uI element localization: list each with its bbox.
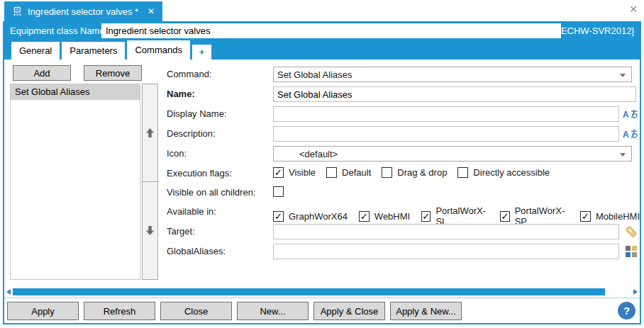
document-tab-close-icon[interactable]: ✕ (148, 6, 155, 16)
checkbox-graphworx64-box: ✓ (273, 211, 284, 222)
checkbox-mobilehmi[interactable]: ✓ MobileHMI (580, 211, 640, 222)
scroll-right-icon[interactable] (633, 289, 638, 295)
checkbox-visible-on-all-children-box (273, 186, 284, 197)
equipment-class-editor: Ingredient selector valves * ✕ ✕ Equipme… (0, 0, 644, 328)
name-input[interactable] (273, 86, 636, 102)
checkbox-directly-accessible[interactable]: Directly accessible (457, 167, 550, 178)
remove-command-button[interactable]: Remove (84, 65, 142, 81)
refresh-button[interactable]: Refresh (84, 302, 155, 320)
icon-label: Icon: (167, 146, 187, 162)
up-arrow-icon (145, 128, 155, 138)
checkbox-mobilehmi-box: ✓ (580, 211, 591, 222)
checkbox-graphworx64[interactable]: ✓ GraphWorX64 (273, 211, 348, 222)
move-down-button[interactable] (142, 182, 158, 280)
svg-text:A: A (623, 110, 629, 120)
add-command-button[interactable]: Add (13, 65, 71, 81)
tab-general[interactable]: General (11, 42, 60, 60)
close-button[interactable]: Close (160, 302, 232, 320)
visible-on-all-children-label: Visible on all children: (167, 185, 256, 200)
display-name-input[interactable] (273, 106, 619, 122)
apply-and-close-button[interactable]: Apply & Close (313, 302, 385, 320)
icon-select[interactable]: <default> (273, 146, 632, 162)
document-tab-bar: Ingredient selector valves * ✕ ✕ (0, 0, 644, 21)
command-list: Set Global Aliases (10, 84, 140, 280)
command-label: Command: (167, 67, 212, 82)
chevron-down-icon (620, 153, 626, 157)
color-grid-icon[interactable] (626, 246, 637, 259)
checkbox-default[interactable]: Default (326, 167, 371, 178)
checkbox-visible-on-all-children[interactable] (273, 186, 284, 197)
checkbox-default-box (326, 167, 337, 178)
scrollbar-thumb[interactable] (13, 288, 605, 295)
execution-flags-group: ✓ Visible Default Drag & drop Directly a… (273, 167, 550, 178)
checkbox-webhmi-box: ✓ (359, 211, 370, 222)
command-select[interactable]: Set Global Aliases (273, 67, 632, 82)
checkbox-portalworx-sp-box: ✓ (500, 211, 509, 222)
svg-text:A: A (623, 130, 629, 140)
global-aliases-input[interactable] (273, 244, 619, 259)
visible-on-all-children-group (273, 186, 284, 197)
server-badge: [TECHW-SVR2012] (553, 21, 634, 40)
commands-panel: Add Remove Set Global Aliases Comman (4, 60, 640, 286)
tab-strip: General Parameters Commands + (4, 40, 640, 60)
apply-and-new-button[interactable]: Apply & New... (390, 302, 462, 320)
equipment-name-band: Equipment class Name: [TECHW-SVR2012] (4, 21, 640, 40)
document-tab-title: Ingredient selector valves * (28, 6, 138, 17)
icon-select-value: <default> (299, 149, 338, 159)
down-arrow-icon (145, 225, 155, 236)
tab-commands[interactable]: Commands (127, 40, 189, 60)
tag-icon[interactable] (624, 225, 638, 241)
tab-parameters[interactable]: Parameters (62, 42, 125, 60)
description-localization-icon[interactable]: A (623, 129, 638, 141)
checkbox-webhmi[interactable]: ✓ WebHMI (359, 211, 410, 222)
equipment-class-name-label: Equipment class Name: (10, 21, 107, 40)
available-in-label: Available in: (167, 204, 216, 220)
move-up-button[interactable] (142, 84, 158, 182)
new-button[interactable]: New... (237, 302, 309, 320)
checkbox-visible[interactable]: ✓ Visible (273, 167, 316, 178)
checkbox-visible-box: ✓ (273, 167, 284, 178)
scroll-left-icon[interactable] (6, 289, 11, 295)
target-label: Target: (167, 224, 195, 239)
checkbox-drag-drop-box (382, 167, 392, 178)
command-list-item-selected[interactable]: Set Global Aliases (11, 84, 140, 100)
reorder-strip (142, 84, 158, 280)
apply-button[interactable]: Apply (7, 302, 79, 320)
checkbox-portalworx-sl-box: ✓ (421, 211, 431, 222)
checkbox-drag-drop[interactable]: Drag & drop (382, 167, 447, 178)
pane-close-icon[interactable]: ✕ (629, 4, 638, 14)
display-name-localization-icon[interactable]: A (623, 109, 638, 121)
chevron-down-icon (620, 74, 626, 77)
command-select-value: Set Global Aliases (277, 69, 352, 80)
execution-flags-label: Execution flags: (167, 166, 232, 181)
document-tab[interactable]: Ingredient selector valves * ✕ (4, 1, 162, 21)
target-input[interactable] (273, 224, 619, 239)
footer-button-bar: Apply Refresh Close New... Apply & Close… (4, 298, 640, 323)
dialog-frame: Equipment class Name: [TECHW-SVR2012] Ge… (3, 21, 641, 324)
help-button[interactable]: ? (618, 302, 635, 319)
horizontal-scrollbar (4, 286, 640, 298)
tab-add[interactable]: + (192, 45, 211, 60)
equipment-class-name-input[interactable] (101, 23, 561, 38)
global-aliases-label: GlobalAliases: (167, 244, 226, 259)
display-name-label: Display Name: (167, 106, 227, 122)
description-label: Description: (167, 126, 216, 142)
description-input[interactable] (273, 126, 619, 142)
checkbox-directly-accessible-box (457, 167, 468, 178)
equipment-class-icon (12, 6, 23, 17)
name-label: Name: (167, 86, 195, 102)
